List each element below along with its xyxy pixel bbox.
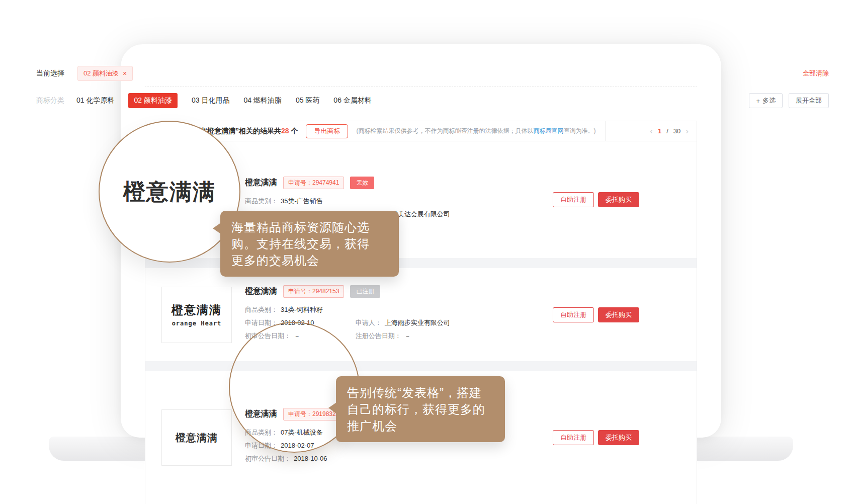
self-register-button[interactable]: 自助注册: [553, 307, 594, 322]
category-actions: + 多选 展开全部: [749, 93, 829, 108]
next-page-icon[interactable]: ›: [686, 127, 689, 135]
trademark-image-subtext: orange Heart: [172, 320, 222, 327]
multi-select-label: 多选: [762, 96, 776, 105]
pagination: ‹ 1 / 30 ›: [605, 121, 697, 141]
magnified-trademark-text: 橙意满满: [123, 177, 216, 207]
self-register-button[interactable]: 自助注册: [553, 430, 594, 445]
category-item-02-selected[interactable]: 02 颜料油漆: [128, 93, 177, 108]
category-bar-label: 商标分类: [36, 96, 64, 105]
application-number-tag: 申请号：29482153: [283, 285, 344, 298]
prev-page-icon[interactable]: ‹: [650, 127, 653, 135]
results-count: 28: [281, 127, 289, 135]
trademark-result-row: 橙意满满 orange Heart 橙意满满 申请号：29482153 已注册 …: [145, 268, 697, 361]
export-trademarks-button[interactable]: 导出商标: [306, 124, 348, 138]
trademark-name[interactable]: 橙意满满: [245, 178, 277, 188]
results-disclaimer: (商标检索结果仅供参考，不作为商标能否注册的法律依据；具体以商标局官网查询为准。…: [356, 127, 595, 135]
clear-all-button[interactable]: 全部清除: [803, 69, 829, 78]
trademark-image-text: 橙意满满: [172, 302, 222, 318]
multi-select-button[interactable]: + 多选: [749, 93, 783, 108]
application-number-tag: 申请号：29474941: [283, 177, 344, 189]
plus-icon: +: [756, 97, 760, 105]
trademark-image[interactable]: 橙意满满 orange Heart: [161, 287, 232, 343]
category-item-06[interactable]: 06 金属材料: [333, 96, 371, 105]
entrust-buy-button[interactable]: 委托购买: [598, 307, 639, 322]
first-trial-date: 2018-10-06: [294, 455, 327, 462]
expand-all-button[interactable]: 展开全部: [789, 93, 829, 108]
dashed-divider: [145, 87, 697, 87]
current-page: 1: [658, 127, 661, 135]
entrust-buy-button[interactable]: 委托购买: [598, 192, 639, 207]
selected-filter-tag[interactable]: 02 颜料油漆 ×: [77, 66, 133, 81]
marketing-screenshot: 当前选择 02 颜料油漆 × 全部清除 商标分类 01 化学原料 02 颜料油漆…: [0, 0, 853, 504]
product-category: 35类-广告销售: [281, 197, 323, 205]
status-badge: 已注册: [350, 285, 380, 298]
results-header: 当前分类检索到“橙意满满”相关的结果共28 个 导出商标 (商标检索结果仅供参考…: [145, 121, 697, 141]
close-icon[interactable]: ×: [123, 70, 127, 77]
self-register-button[interactable]: 自助注册: [553, 192, 594, 207]
current-selection-bar: 当前选择 02 颜料油漆 × 全部清除: [36, 64, 829, 82]
total-pages: 30: [673, 127, 680, 135]
page-separator: /: [666, 127, 668, 135]
category-item-01[interactable]: 01 化学原料: [76, 96, 114, 105]
status-badge: 无效: [350, 177, 374, 189]
feature-tooltip-trade: 海量精品商标资源随心选 购。支持在线交易，获得 更多的交易机会: [220, 211, 399, 277]
selected-filter-tag-text: 02 颜料油漆: [83, 69, 119, 78]
category-item-04[interactable]: 04 燃料油脂: [243, 96, 281, 105]
applicant: 上海雨步实业有限公司: [385, 319, 450, 326]
trademark-name[interactable]: 橙意满满: [245, 286, 277, 297]
entrust-buy-button[interactable]: 委托购买: [598, 430, 639, 445]
product-category: 31类-饲料种籽: [281, 306, 323, 313]
category-item-05[interactable]: 05 医药: [296, 96, 319, 105]
feature-tooltip-promotion: 告别传统“发表格”，搭建 自己的标行，获得更多的 推广机会: [336, 376, 505, 442]
magnifier-circle-trademark: 橙意满满: [99, 121, 240, 263]
trademark-image[interactable]: 橙意满满: [161, 409, 232, 466]
trademark-image-text: 橙意满满: [176, 431, 218, 445]
category-item-03[interactable]: 03 日化用品: [192, 96, 229, 105]
trademark-office-link[interactable]: 商标局官网: [533, 127, 563, 134]
trademark-category-bar: 商标分类 01 化学原料 02 颜料油漆 03 日化用品 04 燃料油脂 05 …: [36, 92, 829, 109]
registration-date: －: [404, 332, 411, 340]
current-selection-label: 当前选择: [36, 69, 64, 78]
